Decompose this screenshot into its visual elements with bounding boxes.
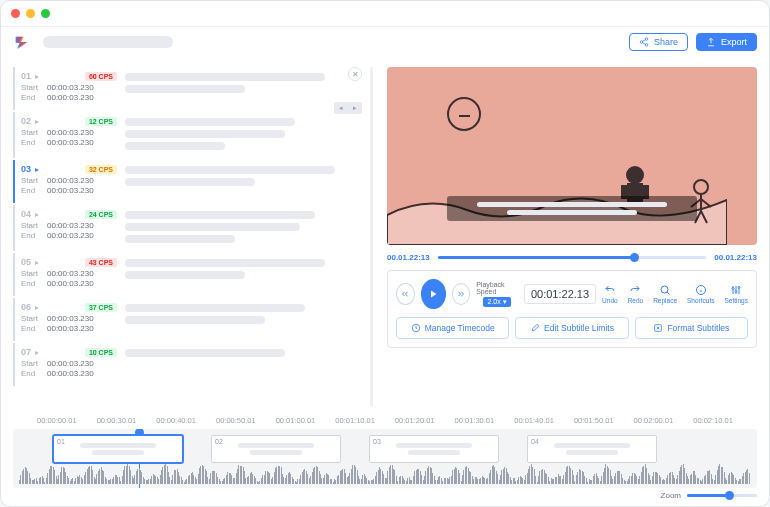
timeline-clip[interactable]: 04 <box>527 435 657 463</box>
start-label: Start <box>21 359 43 368</box>
cps-badge: 60 CPS <box>85 72 117 81</box>
current-timecode[interactable]: 00:01:22.13 <box>524 284 596 304</box>
subtitle-list[interactable]: 01▸60 CPSStart00:00:03.230End00:00:03.23… <box>13 67 373 406</box>
end-tc[interactable]: 00:00:03.230 <box>47 231 94 240</box>
cps-badge: 24 CPS <box>85 210 117 219</box>
subtitle-item[interactable]: 04▸24 CPSStart00:00:03.230End00:00:03.23… <box>13 205 362 251</box>
redo-icon <box>629 284 641 296</box>
prev-button[interactable]: ◂ <box>334 102 348 114</box>
end-label: End <box>21 231 43 240</box>
edit-limits-button[interactable]: Edit Subtitle Limits <box>515 317 628 339</box>
subtitle-item[interactable]: 03▸32 CPSStart00:00:03.230End00:00:03.23… <box>13 160 362 203</box>
play-icon <box>427 288 439 300</box>
ruler-tick: 00:01:30.01 <box>455 416 495 425</box>
timeline-clip[interactable]: 03 <box>369 435 499 463</box>
export-button[interactable]: Export <box>696 33 757 51</box>
end-label: End <box>21 279 43 288</box>
undo-button[interactable]: Undo <box>602 284 618 304</box>
maximize-dot[interactable] <box>41 9 50 18</box>
settings-button[interactable]: Settings <box>725 284 749 304</box>
end-tc[interactable]: 00:00:03.230 <box>47 369 94 378</box>
subtitle-number: 05 <box>21 257 31 267</box>
subtitle-text[interactable] <box>125 116 362 150</box>
subtitle-item[interactable]: 07▸10 CPSStart00:00:03.230End00:00:03.23… <box>13 343 362 386</box>
subtitle-item[interactable]: 05▸43 CPSStart00:00:03.230End00:00:03.23… <box>13 253 362 296</box>
play-icon[interactable]: ▸ <box>35 210 39 219</box>
close-dot[interactable] <box>11 9 20 18</box>
ruler-tick: 00:02:00.01 <box>634 416 674 425</box>
manage-timecode-button[interactable]: Manage Timecode <box>396 317 509 339</box>
play-icon[interactable]: ▸ <box>35 72 39 81</box>
subtitle-text[interactable] <box>125 164 362 195</box>
start-tc[interactable]: 00:00:03.230 <box>47 359 94 368</box>
replace-button[interactable]: Replace <box>653 284 677 304</box>
app-logo-icon <box>13 34 29 50</box>
app-window: Share Export 01▸60 CPSStart00:00:03.230E… <box>0 0 770 507</box>
play-icon[interactable]: ▸ <box>35 258 39 267</box>
ruler-tick: 00:00:50.01 <box>216 416 256 425</box>
ruler-tick: 00:01:20.01 <box>395 416 435 425</box>
zoom-slider[interactable] <box>687 494 757 497</box>
end-tc[interactable]: 00:00:03.230 <box>47 138 94 147</box>
timeline-clip[interactable]: 02 <box>211 435 341 463</box>
timeline-body[interactable]: 01020304 <box>13 429 757 488</box>
skip-back-icon <box>400 289 410 299</box>
subtitle-item[interactable]: 06▸37 CPSStart00:00:03.230End00:00:03.23… <box>13 298 362 341</box>
play-button[interactable] <box>421 279 446 309</box>
start-tc[interactable]: 00:00:03.230 <box>47 128 94 137</box>
subtitle-number: 02 <box>21 116 31 126</box>
svg-point-0 <box>645 38 648 41</box>
subtitle-text[interactable] <box>125 71 362 102</box>
cps-badge: 12 CPS <box>85 117 117 126</box>
start-label: Start <box>21 83 43 92</box>
subtitle-text[interactable] <box>125 257 362 288</box>
play-icon[interactable]: ▸ <box>35 165 39 174</box>
clock-icon <box>411 323 421 333</box>
ruler-tick: 00:01:50.01 <box>574 416 614 425</box>
subtitle-text[interactable] <box>125 347 362 378</box>
playback-speed[interactable]: Playback Speed 2.0x ▾ <box>476 281 518 307</box>
titlebar <box>1 1 769 27</box>
format-subtitles-button[interactable]: Format Subtitles <box>635 317 748 339</box>
subtitle-panel: 01▸60 CPSStart00:00:03.230End00:00:03.23… <box>13 67 373 406</box>
subtitle-text[interactable] <box>125 209 362 243</box>
start-tc[interactable]: 00:00:03.230 <box>47 269 94 278</box>
end-tc[interactable]: 00:00:03.230 <box>47 93 94 102</box>
start-tc[interactable]: 00:00:03.230 <box>47 176 94 185</box>
close-icon[interactable]: ✕ <box>348 67 362 81</box>
scrub-left-tc: 00.01.22:13 <box>387 253 430 262</box>
start-label: Start <box>21 176 43 185</box>
skip-back-button[interactable] <box>396 283 415 305</box>
play-icon[interactable]: ▸ <box>35 303 39 312</box>
subtitle-number: 01 <box>21 71 31 81</box>
timeline-clip[interactable]: 01 <box>53 435 183 463</box>
controls-panel: Playback Speed 2.0x ▾ 00:01:22.13 Undo R… <box>387 270 757 348</box>
svg-point-5 <box>626 166 644 184</box>
svg-point-1 <box>640 41 643 44</box>
start-tc[interactable]: 00:00:03.230 <box>47 83 94 92</box>
end-tc[interactable]: 00:00:03.230 <box>47 186 94 195</box>
subtitle-item[interactable]: 02▸12 CPSStart00:00:03.230End00:00:03.23… <box>13 112 362 158</box>
redo-button[interactable]: Redo <box>628 284 644 304</box>
end-label: End <box>21 324 43 333</box>
minimize-dot[interactable] <box>26 9 35 18</box>
skip-forward-button[interactable] <box>452 283 471 305</box>
waveform <box>13 464 757 484</box>
play-icon[interactable]: ▸ <box>35 117 39 126</box>
subtitle-item[interactable]: 01▸60 CPSStart00:00:03.230End00:00:03.23… <box>13 67 362 110</box>
svg-point-19 <box>735 291 737 293</box>
subtitle-text[interactable] <box>125 302 362 333</box>
scrub-bar[interactable] <box>438 256 707 259</box>
video-preview[interactable] <box>387 67 757 245</box>
shortcuts-button[interactable]: Shortcuts <box>687 284 714 304</box>
end-tc[interactable]: 00:00:03.230 <box>47 279 94 288</box>
end-tc[interactable]: 00:00:03.230 <box>47 324 94 333</box>
search-icon <box>659 284 671 296</box>
play-icon[interactable]: ▸ <box>35 348 39 357</box>
start-tc[interactable]: 00:00:03.230 <box>47 314 94 323</box>
next-button[interactable]: ▸ <box>348 102 362 114</box>
subtitle-number: 04 <box>21 209 31 219</box>
start-tc[interactable]: 00:00:03.230 <box>47 221 94 230</box>
share-button[interactable]: Share <box>629 33 688 51</box>
playback-speed-value[interactable]: 2.0x ▾ <box>483 297 510 307</box>
